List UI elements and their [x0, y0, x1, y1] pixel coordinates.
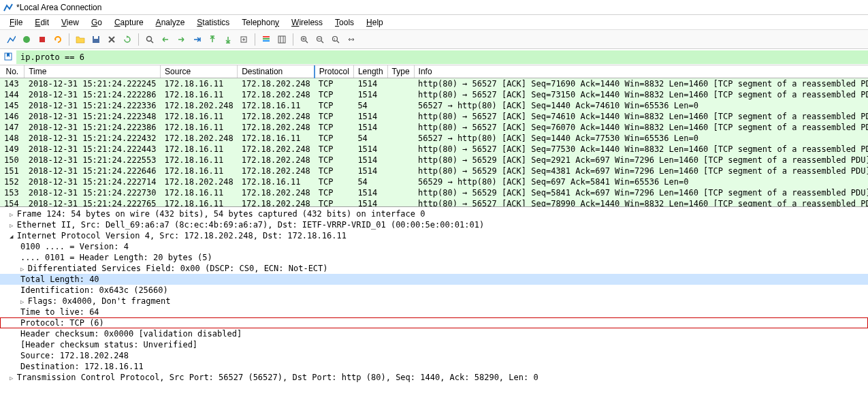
capture-options-icon[interactable] [51, 33, 65, 46]
jump-to-icon[interactable] [190, 33, 204, 46]
detail-ip-protocol[interactable]: Protocol: TCP (6) [0, 317, 868, 328]
svg-rect-3 [94, 36, 98, 39]
svg-rect-6 [263, 36, 270, 37]
packet-details-pane[interactable]: Frame 124: 54 bytes on wire (432 bits), … [0, 207, 868, 394]
toolbar-separator [69, 33, 69, 46]
packet-row[interactable]: 1512018-12-31 15:21:24.222646172.18.16.1… [0, 166, 868, 176]
svg-point-4 [147, 36, 152, 41]
save-file-icon[interactable] [89, 33, 103, 46]
window-title: *Local Area Connection [16, 3, 101, 12]
auto-scroll-icon[interactable] [237, 33, 251, 46]
svg-rect-9 [278, 36, 285, 43]
svg-text:1: 1 [334, 37, 336, 41]
menu-bar: File Edit View Go Capture Analyze Statis… [0, 15, 868, 30]
start-capture-icon[interactable] [4, 33, 18, 46]
packet-row[interactable]: 1472018-12-31 15:21:24.222386172.18.16.1… [0, 122, 868, 133]
detail-ip-checksum[interactable]: Header checksum: 0x0000 [validation disa… [0, 328, 868, 339]
svg-rect-7 [263, 38, 270, 40]
column-source[interactable]: Source [161, 65, 238, 78]
resize-all-icon[interactable] [344, 33, 358, 46]
menu-view[interactable]: View [56, 16, 84, 29]
zoom-reset-icon[interactable]: 1 [329, 33, 342, 46]
packet-row[interactable]: 1502018-12-31 15:21:24.222553172.18.16.1… [0, 155, 868, 166]
close-file-icon[interactable] [105, 33, 118, 46]
find-icon[interactable] [143, 33, 157, 46]
packet-row[interactable]: 1462018-12-31 15:21:24.222348172.18.16.1… [0, 111, 868, 122]
menu-analyze[interactable]: Analyze [150, 16, 191, 29]
stop-capture-icon[interactable] [20, 33, 33, 46]
packet-row[interactable]: 1482018-12-31 15:21:24.222432172.18.202.… [0, 133, 868, 144]
packet-row[interactable]: 1532018-12-31 15:21:24.222730172.18.16.1… [0, 187, 868, 198]
column-type[interactable]: Type [387, 65, 414, 78]
packet-row[interactable]: 1542018-12-31 15:21:24.222765172.18.16.1… [0, 198, 868, 207]
menu-statistics[interactable]: Statistics [191, 16, 235, 29]
column-info[interactable]: Info [414, 65, 868, 78]
packet-row[interactable]: 1492018-12-31 15:21:24.222443172.18.16.1… [0, 144, 868, 155]
go-back-icon[interactable] [159, 33, 172, 46]
detail-tcp[interactable]: Transmission Control Protocol, Src Port:… [0, 372, 868, 383]
menu-tools[interactable]: Tools [329, 16, 359, 29]
go-forward-icon[interactable] [174, 33, 188, 46]
go-first-icon[interactable] [206, 33, 219, 46]
detail-ethernet[interactable]: Ethernet II, Src: Dell_69:a6:a7 (8c:ec:4… [0, 219, 868, 230]
toolbar: 1 [0, 30, 868, 49]
detail-ip-total-length[interactable]: Total Length: 40 [0, 274, 868, 285]
column-no[interactable]: No. [0, 65, 25, 78]
detail-ip-ttl[interactable]: Time to live: 64 [0, 307, 868, 317]
menu-telephony[interactable]: Telephony [236, 16, 285, 29]
packet-row[interactable]: 1522018-12-31 15:21:24.222714172.18.202.… [0, 176, 868, 187]
title-bar: *Local Area Connection [0, 0, 868, 15]
column-length[interactable]: Length [353, 65, 387, 78]
packet-list-pane[interactable]: No. Time Source Destination Protocol Len… [0, 65, 868, 207]
packet-row[interactable]: 1442018-12-31 15:21:24.222286172.18.16.1… [0, 89, 868, 100]
svg-point-0 [23, 36, 30, 43]
detail-ip-flags[interactable]: Flags: 0x4000, Don't fragment [0, 296, 868, 307]
packet-list-header[interactable]: No. Time Source Destination Protocol Len… [0, 65, 868, 78]
open-file-icon[interactable] [74, 33, 87, 46]
detail-frame[interactable]: Frame 124: 54 bytes on wire (432 bits), … [0, 208, 868, 219]
colorize-icon[interactable] [259, 33, 273, 46]
filter-bookmark-icon[interactable] [3, 52, 14, 63]
zoom-out-icon[interactable] [313, 33, 327, 46]
menu-go[interactable]: Go [86, 16, 108, 29]
detail-ip-version[interactable]: 0100 .... = Version: 4 [0, 241, 868, 252]
packet-row[interactable]: 1432018-12-31 15:21:24.222245172.18.16.1… [0, 78, 868, 90]
display-filter-input[interactable] [16, 50, 868, 64]
detail-ip-source[interactable]: Source: 172.18.202.248 [0, 350, 868, 361]
detail-ip-dsf[interactable]: Differentiated Services Field: 0x00 (DSC… [0, 263, 868, 274]
detail-ip-checksum-status[interactable]: [Header checksum status: Unverified] [0, 339, 868, 350]
filter-bar [0, 49, 868, 65]
detail-ip-header-length[interactable]: .... 0101 = Header Length: 20 bytes (5) [0, 252, 868, 263]
column-protocol[interactable]: Protocol [315, 65, 354, 78]
go-last-icon[interactable] [221, 33, 235, 46]
svg-rect-8 [263, 40, 270, 42]
menu-capture[interactable]: Capture [109, 16, 149, 29]
svg-rect-1 [39, 37, 45, 42]
zoom-in-icon[interactable] [298, 33, 311, 46]
menu-wireless[interactable]: Wireless [286, 16, 328, 29]
menu-file[interactable]: File [4, 16, 28, 29]
packet-row[interactable]: 1452018-12-31 15:21:24.222336172.18.202.… [0, 100, 868, 111]
menu-help[interactable]: Help [361, 16, 389, 29]
toolbar-separator [255, 33, 255, 46]
column-destination[interactable]: Destination [238, 65, 315, 78]
reload-icon[interactable] [120, 33, 134, 46]
restart-capture-icon[interactable] [35, 33, 49, 46]
toolbar-separator [293, 33, 293, 46]
detail-ip-identification[interactable]: Identification: 0x643c (25660) [0, 285, 868, 296]
app-icon [3, 2, 14, 13]
menu-edit[interactable]: Edit [29, 16, 54, 29]
resize-columns-icon[interactable] [275, 33, 289, 46]
column-time[interactable]: Time [25, 65, 161, 78]
detail-ip[interactable]: Internet Protocol Version 4, Src: 172.18… [0, 230, 868, 241]
detail-ip-destination[interactable]: Destination: 172.18.16.11 [0, 361, 868, 372]
toolbar-separator [138, 33, 139, 46]
